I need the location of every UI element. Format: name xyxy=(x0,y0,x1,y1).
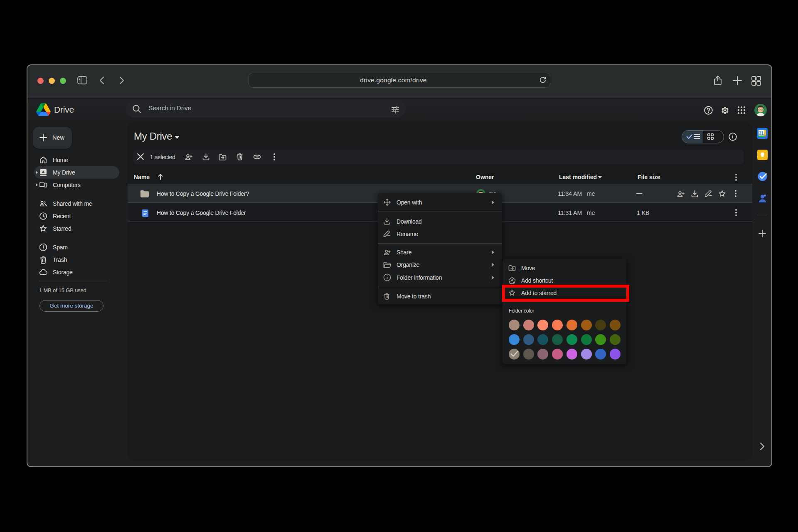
svg-text:31: 31 xyxy=(759,131,764,135)
